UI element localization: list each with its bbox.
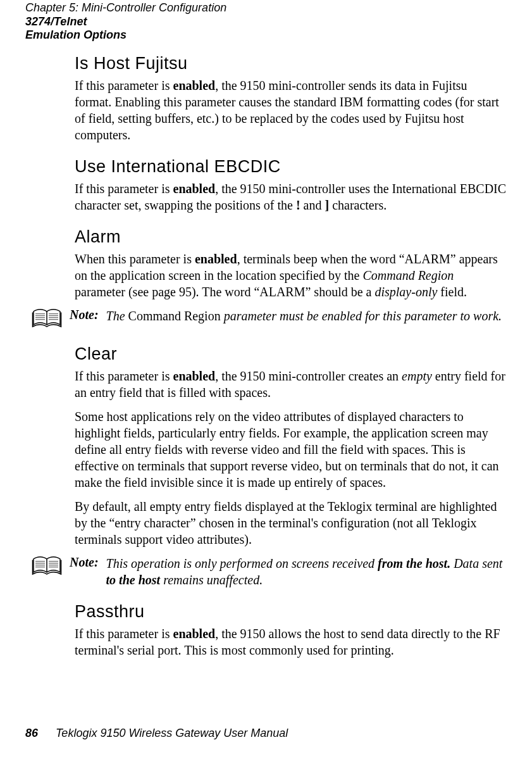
heading-is-host-fujitsu: Is Host Fujitsu [75,54,507,73]
text-fragment: parameter must be enabled for this param… [221,309,502,323]
heading-alarm: Alarm [75,227,507,247]
text-bold: ! [296,198,300,212]
text-fragment: The [106,309,128,323]
para-use-international-ebcdic: If this parameter is enabled, the 9150 m… [75,180,507,213]
text-fragment: remains unaffected. [160,573,263,587]
subsection-line: Emulation Options [25,28,507,42]
para-clear-1: If this parameter is enabled, the 9150 m… [75,368,507,401]
text-fragment: parameter (see page 95). The word “ALARM… [75,285,374,299]
note-label: Note: [70,555,99,570]
page-content: Is Host Fujitsu If this parameter is ena… [0,42,507,658]
text-bold: enabled [195,252,237,266]
text-bold: enabled [173,627,216,641]
text-fragment: field. [437,285,467,299]
page-number: 86 [25,727,38,739]
text-bold: enabled [173,182,216,196]
book-icon [32,555,62,578]
text-italic: empty [402,369,432,383]
text-bold-italic: from the host. [378,556,450,570]
text-fragment: When this parameter is [75,252,195,266]
para-alarm: When this parameter is enabled, terminal… [75,251,507,300]
text-bold: enabled [173,78,216,92]
para-passthru: If this parameter is enabled, the 9150 a… [75,625,507,658]
text-fragment: Data sent [450,556,502,570]
note-body: This operation is only performed on scre… [106,555,507,588]
para-clear-3: By default, all empty entry fields displ… [75,498,507,548]
running-header: Chapter 5: Mini-Controller Configuration… [0,0,507,42]
book-icon [32,308,62,330]
text-bold: enabled [173,369,216,383]
text-italic: display-only [374,285,437,299]
text-italic: Command Region [362,268,454,282]
note-body: The Command Region parameter must be ena… [106,308,507,324]
heading-passthru: Passthru [75,602,507,622]
text-fragment: and [300,198,325,212]
heading-use-international-ebcdic: Use International EBCDIC [75,157,507,177]
text-fragment: If this parameter is [75,78,173,92]
text-fragment: If this parameter is [75,627,173,641]
doc-title: Teklogix 9150 Wireless Gateway User Manu… [56,727,288,739]
note-label: Note: [70,308,99,322]
para-clear-2: Some host applications rely on the video… [75,408,507,491]
section-line: 3274/Telnet [25,15,507,29]
text-fragment: characters. [329,198,387,212]
text-fragment: If this parameter is [75,369,173,383]
text-roman: Command Region [128,309,221,323]
heading-clear: Clear [75,344,507,364]
text-fragment: If this parameter is [75,182,173,196]
para-is-host-fujitsu: If this parameter is enabled, the 9150 m… [75,77,507,143]
chapter-line: Chapter 5: Mini-Controller Configuration [25,1,507,15]
text-fragment: This operation is only performed on scre… [106,556,378,570]
text-bold-italic: to the host [106,573,161,587]
note-alarm: Note: The Command Region parameter must … [75,308,507,330]
document-page: Chapter 5: Mini-Controller Configuration… [0,0,532,759]
text-fragment: , the 9150 mini-controller creates an [215,369,402,383]
note-clear: Note: This operation is only performed o… [75,555,507,588]
page-footer: 86Teklogix 9150 Wireless Gateway User Ma… [25,727,288,740]
